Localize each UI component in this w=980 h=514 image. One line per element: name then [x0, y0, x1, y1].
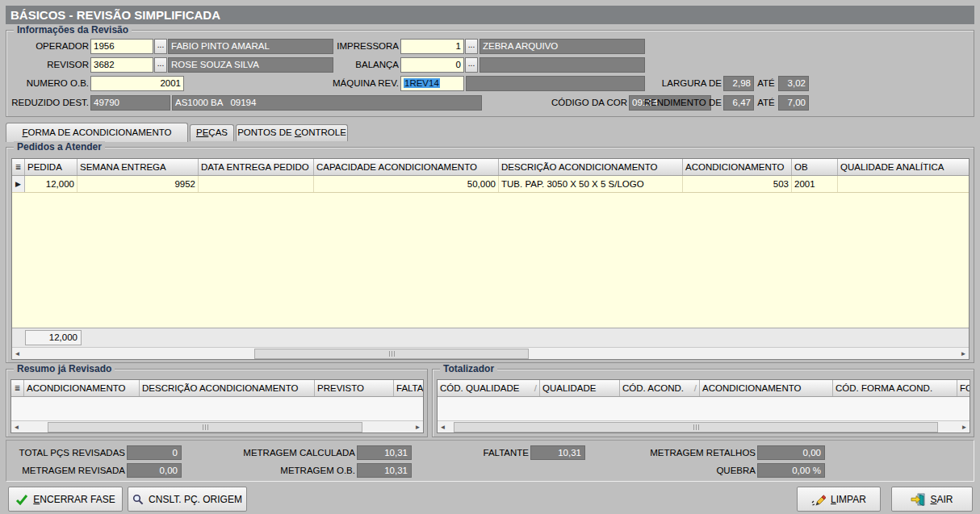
rendimento-ate-field: 7,00: [778, 95, 809, 111]
tab-pecas[interactable]: PEÇAS: [190, 124, 234, 141]
metragem-retalhos-value: 0,00: [757, 445, 825, 460]
reduzido-dest-desc-field: AS1000 BA 09194: [172, 95, 482, 111]
maquina-rev-selected-text: 1REV14: [404, 78, 440, 88]
metragem-calculada-label: METRAGEM CALCULADA: [234, 445, 355, 460]
col-cod-qualidade[interactable]: CÓD. QUALIDADE /: [438, 380, 540, 396]
scroll-grip-icon: [696, 424, 697, 430]
cell-capacidade: 50,000: [314, 176, 499, 192]
pedidos-groupbox-caption: Pedidos a Atender: [14, 141, 105, 153]
pedidos-grid-footer: 12,000: [12, 328, 969, 347]
window-title-bar: BÁSICOS - REVISÃO SIMPLIFICADA: [6, 6, 974, 24]
resumo-groupbox-caption: Resumo já Revisado: [14, 363, 115, 374]
exit-door-icon: [911, 493, 925, 506]
tab-label-part: ONTROLE: [301, 127, 346, 137]
col-resumo-faltante[interactable]: FALTAN: [394, 380, 423, 396]
col-cod-acond[interactable]: CÓD. ACOND. /: [620, 380, 700, 396]
scroll-left-icon[interactable]: ◄: [11, 422, 22, 433]
cell-pedida: 12,000: [25, 176, 77, 192]
tab-forma-de-acondicionamento[interactable]: FORMA DE ACONDICIONAMENTO: [6, 123, 188, 142]
maquina-rev-input[interactable]: 1REV14: [400, 76, 464, 91]
col-semana-entrega[interactable]: SEMANA ENTREGA: [77, 159, 199, 175]
col-qualidade-analitica[interactable]: QUALIDADE ANALÍTICA: [838, 159, 969, 175]
cnslt-pc-origem-label: CNSLT. PÇ. ORIGEM: [149, 494, 242, 505]
search-icon: [132, 494, 144, 505]
total-pcs-revisadas-label: TOTAL PÇS REVISADAS: [6, 445, 125, 460]
operador-lookup-button[interactable]: ...: [154, 39, 167, 54]
reduzido-dest-label: REDUZIDO DEST.: [6, 95, 89, 111]
col-qualidade[interactable]: QUALIDADE: [540, 380, 620, 396]
tab-label-part: ÇAS: [208, 127, 228, 137]
scroll-right-icon[interactable]: ►: [959, 422, 970, 433]
col-pedida[interactable]: PEDIDA: [25, 159, 77, 175]
totalizador-groupbox: Totalizador CÓD. QUALIDADE / QUALIDADE C…: [432, 369, 974, 437]
col-ob[interactable]: OB: [792, 159, 838, 175]
pedidos-grid: ≣ PEDIDA SEMANA ENTREGA DATA ENTREGA PED…: [11, 158, 970, 360]
balanca-name-field: [480, 57, 645, 73]
quebra-value: 0,00 %: [757, 463, 825, 478]
scroll-left-icon[interactable]: ◄: [12, 349, 23, 359]
resumo-h-scrollbar[interactable]: ◄ ►: [11, 420, 423, 433]
cell-descricao: TUB. PAP. 3050 X 50 X 5 S/LOGO: [499, 176, 683, 192]
col-data-entrega-pedido[interactable]: DATA ENTREGA PEDIDO: [199, 159, 314, 175]
scroll-right-icon[interactable]: ►: [958, 349, 969, 359]
operador-input[interactable]: 1956: [90, 39, 153, 54]
impressora-input[interactable]: 1: [400, 39, 464, 54]
col-resumo-acondicionamento[interactable]: ACONDICIONAMENTO: [24, 380, 140, 396]
scroll-thumb[interactable]: [254, 349, 529, 359]
rendimento-de-field: 6,47: [723, 95, 754, 111]
faltante-value: 10,31: [530, 445, 585, 460]
cnslt-pc-origem-button[interactable]: CNSLT. PÇ. ORIGEM: [128, 487, 247, 512]
scroll-right-icon[interactable]: ►: [413, 422, 423, 433]
sort-icon: /: [694, 380, 697, 396]
rendimento-ate-label: ATÉ: [756, 95, 777, 111]
impressora-label: IMPRESSORA: [307, 39, 399, 54]
col-acondicionamento[interactable]: ACONDICIONAMENTO: [683, 159, 792, 175]
col-cod-forma-acond[interactable]: CÓD. FORMA ACOND.: [833, 380, 957, 396]
maquina-rev-label: MÁQUINA REV.: [307, 76, 399, 91]
tab-pontos-de-controle[interactable]: PONTOS DE CONTROLE: [236, 124, 348, 141]
largura-ate-label: ATÉ: [756, 76, 777, 91]
metragem-revisada-value: 0,00: [127, 463, 182, 478]
largura-ate-field: 3,02: [778, 76, 809, 91]
scroll-thumb[interactable]: [48, 422, 362, 433]
metragem-retalhos-label: METRAGEM RETALHOS: [638, 445, 756, 460]
encerrar-fase-button[interactable]: ENCERRAR FASE: [8, 487, 123, 512]
row-indicator-icon: ▶: [12, 176, 25, 192]
col-total-acondicionamento[interactable]: ACONDICIONAMENTO: [700, 380, 833, 396]
scroll-grip-icon: [205, 424, 206, 430]
col-capacidade-acondicionamento[interactable]: CAPACIDADE ACONDICIONAMENTO: [314, 159, 499, 175]
numero-ob-input[interactable]: 2001: [90, 76, 184, 91]
faltante-label: FALTANTE: [448, 445, 529, 460]
encerrar-fase-label: ENCERRAR FASE: [33, 494, 115, 505]
balanca-input[interactable]: 0: [400, 57, 464, 73]
col-descricao-acondicionamento[interactable]: DESCRIÇÃO ACONDICIONAMENTO: [499, 159, 683, 175]
scroll-left-icon[interactable]: ◄: [438, 422, 448, 433]
revisor-lookup-button[interactable]: ...: [154, 57, 167, 73]
col-forma[interactable]: FOR: [957, 380, 970, 396]
col-resumo-descricao[interactable]: DESCRIÇÃO ACONDICIONAMENTO: [140, 380, 315, 396]
numero-ob-label: NUMERO O.B.: [6, 76, 89, 91]
eraser-pencil-icon: [811, 493, 826, 506]
codigo-cor-label: CÓDIGO DA COR: [525, 95, 627, 111]
table-row[interactable]: ▶ 12,000 9952 50,000 TUB. PAP. 3050 X 50…: [12, 176, 969, 193]
balanca-lookup-button[interactable]: ...: [465, 57, 478, 73]
info-groupbox-caption: Informações da Revisão: [14, 24, 132, 36]
cell-data-entrega-pedido: [199, 176, 314, 192]
totalizador-h-scrollbar[interactable]: ◄ ►: [438, 420, 970, 433]
limpar-button[interactable]: LIMPAR: [797, 487, 881, 512]
scroll-thumb[interactable]: [454, 422, 938, 433]
sort-icon: /: [534, 380, 537, 396]
cell-acondicionamento: 503: [683, 176, 792, 192]
impressora-name-field: ZEBRA ARQUIVO: [480, 39, 645, 54]
revisor-input[interactable]: 3682: [90, 57, 153, 73]
sair-button[interactable]: SAIR: [891, 487, 973, 512]
metragem-ob-value: 10,31: [357, 463, 412, 478]
grid-customize-icon[interactable]: ≣: [11, 380, 24, 396]
col-resumo-previsto[interactable]: PREVISTO: [315, 380, 394, 396]
pedidos-h-scrollbar[interactable]: ◄ ►: [12, 347, 969, 359]
scroll-grip-icon: [392, 351, 392, 357]
col-label: CÓD. ACOND.: [622, 380, 684, 396]
revisor-label: REVISOR: [6, 57, 89, 73]
grid-customize-icon[interactable]: ≣: [12, 159, 25, 175]
impressora-lookup-button[interactable]: ...: [465, 39, 478, 54]
